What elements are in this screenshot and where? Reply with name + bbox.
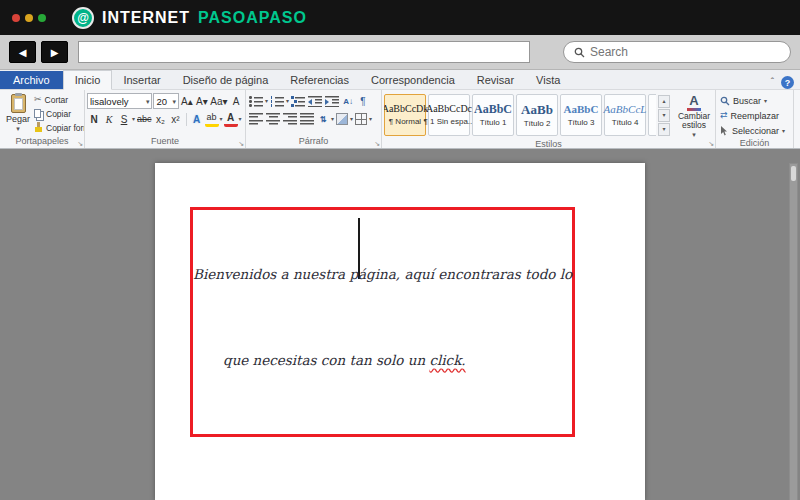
align-left-button[interactable] bbox=[248, 111, 264, 127]
align-right-button[interactable] bbox=[282, 111, 298, 127]
styles-dialog-launcher[interactable]: ↘ bbox=[708, 140, 714, 147]
replace-label: Reemplazar bbox=[731, 111, 780, 121]
show-marks-button[interactable]: ¶ bbox=[356, 93, 370, 109]
search-input[interactable] bbox=[590, 45, 780, 59]
forward-button[interactable]: ▶ bbox=[41, 41, 68, 63]
shading-dropdown-icon[interactable]: ▾ bbox=[350, 116, 353, 122]
style-card-titulo-2[interactable]: AaBb Título 2 bbox=[516, 94, 558, 136]
style-card-titulo-3[interactable]: AaBbC Título 3 bbox=[560, 94, 602, 136]
text-effects-button[interactable]: A bbox=[190, 111, 204, 127]
style-name: Título 3 bbox=[568, 118, 595, 127]
font-group: lisalovely ▾ 20 ▾ A▴ A▾ Aa▾ A N K S ▾ ab… bbox=[85, 90, 246, 148]
borders-button[interactable] bbox=[354, 111, 368, 127]
sort-button[interactable]: A↓ bbox=[341, 93, 355, 109]
superscript-button[interactable]: x² bbox=[169, 111, 183, 127]
text-frame[interactable]: Bienvenidos a nuestra página, aquí encon… bbox=[190, 207, 575, 437]
tab-inicio[interactable]: Inicio bbox=[63, 70, 113, 90]
grow-font-button[interactable]: A▴ bbox=[180, 93, 194, 109]
paste-icon bbox=[11, 94, 26, 113]
bold-button[interactable]: N bbox=[87, 111, 101, 127]
address-bar[interactable] bbox=[78, 41, 530, 63]
change-styles-icon: A bbox=[687, 94, 701, 111]
line-spacing-dropdown-icon[interactable]: ▾ bbox=[331, 116, 334, 122]
font-size-select[interactable]: 20 ▾ bbox=[153, 93, 179, 109]
paragraph-dialog-launcher[interactable]: ↘ bbox=[374, 140, 380, 147]
clipboard-group-label: Portapapeles bbox=[0, 135, 84, 148]
format-painter-button[interactable]: Copiar formato bbox=[34, 121, 82, 134]
cut-button[interactable]: ✂ Cortar bbox=[34, 93, 82, 106]
copy-button[interactable]: Copiar bbox=[34, 107, 82, 120]
window-minimize-button[interactable] bbox=[25, 14, 33, 22]
decrease-indent-button[interactable] bbox=[307, 93, 323, 109]
help-icon[interactable]: ? bbox=[781, 76, 794, 89]
font-family-select[interactable]: lisalovely ▾ bbox=[87, 93, 152, 109]
numbering-icon bbox=[270, 96, 284, 107]
justify-button[interactable] bbox=[299, 111, 315, 127]
style-card-titulo-4[interactable]: AaBbCcL Título 4 bbox=[604, 94, 646, 136]
tab-vista[interactable]: Vista bbox=[525, 71, 571, 89]
search-box[interactable] bbox=[563, 41, 791, 63]
font-color-button[interactable]: A bbox=[224, 112, 238, 127]
align-center-button[interactable] bbox=[265, 111, 281, 127]
change-case-button[interactable]: Aa▾ bbox=[210, 93, 228, 109]
style-preview: AaBbC bbox=[564, 104, 599, 115]
font-dialog-launcher[interactable]: ↘ bbox=[238, 140, 244, 147]
scrollbar[interactable] bbox=[789, 163, 798, 500]
style-name: ¶ Normal bbox=[389, 117, 421, 126]
window-zoom-button[interactable] bbox=[38, 14, 46, 22]
document-line-1: Bienvenidos a nuestra página, aquí encon… bbox=[193, 266, 572, 282]
style-card-sin-espaciado[interactable]: AaBbCcDc ¶ 1 Sin espa... bbox=[428, 94, 470, 136]
style-card-titulo[interactable]: AaB Título bbox=[648, 94, 656, 136]
replace-button[interactable]: ⇄ Reemplazar bbox=[720, 109, 789, 122]
numbering-button[interactable] bbox=[269, 93, 285, 109]
styles-gallery: AaBbCcDk ¶ Normal AaBbCcDc ¶ 1 Sin espa.… bbox=[384, 94, 656, 136]
document-line-2-text: que necesitas con tan solo un bbox=[223, 352, 429, 368]
style-name: ¶ 1 Sin espa... bbox=[424, 117, 475, 126]
underline-button[interactable]: S bbox=[117, 111, 131, 127]
bullets-dropdown-icon[interactable]: ▾ bbox=[265, 98, 268, 104]
minimize-ribbon-icon[interactable]: ˆ bbox=[771, 77, 774, 88]
paste-button[interactable]: Pegar ▾ bbox=[2, 93, 34, 135]
change-styles-button[interactable]: A Cambiar estilos ▾ bbox=[672, 93, 716, 138]
multilevel-list-button[interactable] bbox=[290, 93, 306, 109]
select-button[interactable]: Seleccionar ▾ bbox=[720, 124, 789, 137]
back-button[interactable]: ◀ bbox=[9, 41, 36, 63]
tab-archivo[interactable]: Archivo bbox=[0, 71, 63, 89]
find-button[interactable]: Buscar ▾ bbox=[720, 94, 789, 107]
cut-label: Cortar bbox=[45, 95, 69, 105]
shrink-font-button[interactable]: A▾ bbox=[195, 93, 209, 109]
highlight-button[interactable]: ab bbox=[205, 112, 219, 127]
style-card-normal[interactable]: AaBbCcDk ¶ Normal bbox=[384, 94, 426, 136]
tab-insertar[interactable]: Insertar bbox=[112, 71, 171, 89]
strikethrough-button[interactable]: abc bbox=[136, 111, 153, 127]
styles-more-button[interactable]: ▾ bbox=[658, 123, 670, 136]
document-line-2: que necesitas con tan solo un click. bbox=[223, 352, 466, 368]
tab-diseno-de-pagina[interactable]: Diseño de página bbox=[172, 71, 280, 89]
window-close-button[interactable] bbox=[12, 14, 20, 22]
align-right-icon bbox=[283, 113, 297, 125]
style-card-titulo-1[interactable]: AaBbC Título 1 bbox=[472, 94, 514, 136]
document-page[interactable]: Bienvenidos a nuestra página, aquí encon… bbox=[155, 163, 645, 500]
styles-scroll-down-button[interactable]: ▾ bbox=[658, 109, 670, 122]
tab-correspondencia[interactable]: Correspondencia bbox=[360, 71, 466, 89]
bullets-button[interactable] bbox=[248, 93, 264, 109]
borders-dropdown-icon[interactable]: ▾ bbox=[369, 116, 372, 122]
chevron-down-icon: ▾ bbox=[764, 98, 767, 104]
styles-scroll-up-button[interactable]: ▴ bbox=[658, 95, 670, 108]
font-color-dropdown-icon[interactable]: ▾ bbox=[239, 116, 242, 122]
highlight-dropdown-icon[interactable]: ▾ bbox=[220, 116, 223, 122]
underline-dropdown-icon[interactable]: ▾ bbox=[132, 116, 135, 122]
tab-revisar[interactable]: Revisar bbox=[466, 71, 525, 89]
clipboard-dialog-launcher[interactable]: ↘ bbox=[77, 140, 83, 147]
tab-referencias[interactable]: Referencias bbox=[279, 71, 360, 89]
scrollbar-thumb[interactable] bbox=[791, 166, 796, 181]
shading-button[interactable] bbox=[335, 111, 349, 127]
line-spacing-button[interactable]: ⇅ bbox=[316, 111, 330, 127]
font-content: lisalovely ▾ 20 ▾ A▴ A▾ Aa▾ A N K S ▾ ab… bbox=[85, 90, 245, 135]
style-preview: AaBbCcDk bbox=[384, 104, 428, 114]
increase-indent-button[interactable] bbox=[324, 93, 340, 109]
subscript-button[interactable]: x₂ bbox=[154, 111, 168, 127]
italic-button[interactable]: K bbox=[102, 111, 116, 127]
clear-formatting-button[interactable]: A bbox=[229, 93, 243, 109]
numbering-dropdown-icon[interactable]: ▾ bbox=[286, 98, 289, 104]
